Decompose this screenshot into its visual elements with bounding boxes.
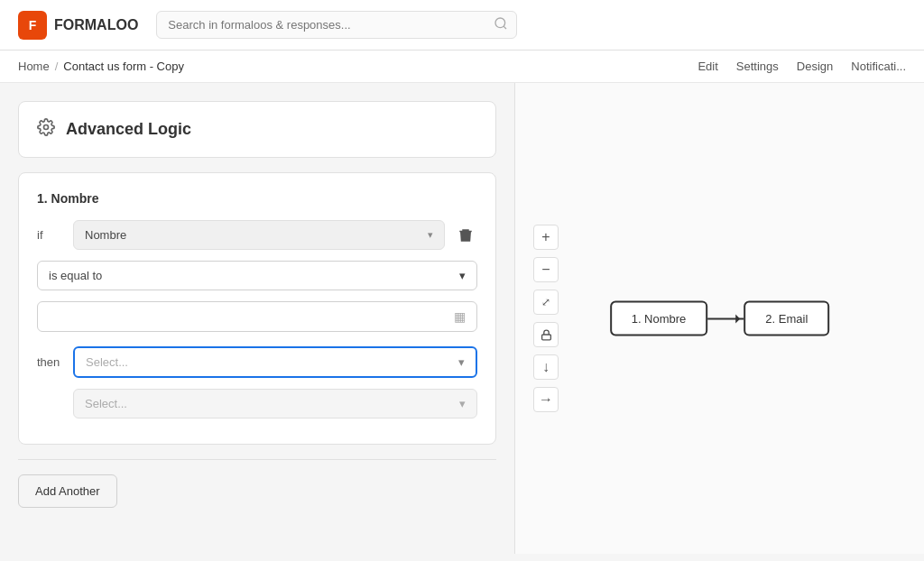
tab-edit[interactable]: Edit <box>698 60 717 73</box>
search-input[interactable] <box>156 11 517 39</box>
then-placeholder: Select... <box>86 355 128 369</box>
logo-text: FORMALOO <box>54 17 138 33</box>
svg-point-0 <box>495 18 505 28</box>
grid-icon: ▦ <box>454 309 466 324</box>
page-title: Advanced Logic <box>66 120 191 139</box>
search-icon <box>494 16 508 33</box>
breadcrumb-home[interactable]: Home <box>18 60 50 73</box>
delete-rule-button[interactable] <box>454 224 477 247</box>
breadcrumb: Home / Contact us form - Copy <box>18 60 184 73</box>
if-row: if Nombre ▾ <box>37 220 477 250</box>
condition-value: is equal to <box>49 269 102 282</box>
flow-diagram: 1. Nombre 2. Email <box>610 301 830 336</box>
svg-rect-2 <box>541 334 550 339</box>
rule-section-title: 1. Nombre <box>37 191 477 206</box>
zoom-in-button[interactable]: + <box>533 225 559 250</box>
breadcrumb-bar: Home / Contact us form - Copy Edit Setti… <box>0 51 924 83</box>
fit-screen-button[interactable]: ⤢ <box>533 290 559 315</box>
gear-icon <box>37 118 55 141</box>
add-another-button[interactable]: Add Another <box>18 474 117 508</box>
field-select-value: Nombre <box>85 228 126 242</box>
field-select-nombre[interactable]: Nombre ▾ <box>73 220 445 250</box>
second-select-placeholder: Select... <box>85 397 127 410</box>
condition-select[interactable]: is equal to ▾ <box>37 261 477 290</box>
zoom-controls: + − ⤢ ↓ → <box>533 225 559 412</box>
condition-row: is equal to ▾ <box>37 261 477 290</box>
main-layout: Advanced Logic 1. Nombre if Nombre ▾ <box>0 83 924 554</box>
breadcrumb-separator: / <box>55 60 59 73</box>
left-panel: Advanced Logic 1. Nombre if Nombre ▾ <box>0 83 514 554</box>
chevron-down-icon-condition: ▾ <box>459 269 466 282</box>
then-select[interactable]: Select... ▾ <box>73 346 477 378</box>
zoom-out-button[interactable]: − <box>533 257 559 282</box>
rule-block: 1. Nombre if Nombre ▾ <box>18 172 496 445</box>
tab-settings[interactable]: Settings <box>736 60 779 73</box>
flow-node-nombre: 1. Nombre <box>610 301 708 336</box>
breadcrumb-current: Contact us form - Copy <box>63 60 184 73</box>
tab-notifications[interactable]: Notificati... <box>851 60 906 73</box>
divider <box>18 459 496 460</box>
if-label: if <box>37 228 64 242</box>
header: F FORMALOO <box>0 0 924 51</box>
logo: F FORMALOO <box>18 11 138 40</box>
value-input[interactable]: ▦ <box>37 301 477 332</box>
chevron-down-icon: ▾ <box>428 229 433 241</box>
chevron-down-icon-second: ▾ <box>459 397 466 410</box>
flow-connector <box>707 317 744 319</box>
then-label: then <box>37 355 64 369</box>
lock-button[interactable] <box>533 322 559 347</box>
logo-letter: F <box>29 18 37 32</box>
search-bar <box>156 11 517 39</box>
flow-node-email: 2. Email <box>744 301 829 336</box>
second-select[interactable]: Select... ▾ <box>73 389 477 418</box>
tab-design[interactable]: Design <box>797 60 833 73</box>
scroll-down-button[interactable]: ↓ <box>533 354 559 380</box>
svg-point-1 <box>44 125 49 130</box>
then-row: then Select... ▾ <box>37 346 477 378</box>
chevron-down-icon-then: ▾ <box>458 355 465 369</box>
value-row: ▦ <box>37 301 477 332</box>
nav-tabs: Edit Settings Design Notificati... <box>698 60 906 73</box>
second-select-row: Select... ▾ <box>73 389 477 418</box>
right-panel: 1. Nombre 2. Email + − ⤢ ↓ → <box>514 83 924 554</box>
logo-icon: F <box>18 11 47 40</box>
logic-header-card: Advanced Logic <box>18 101 496 158</box>
scroll-right-button[interactable]: → <box>533 387 559 412</box>
